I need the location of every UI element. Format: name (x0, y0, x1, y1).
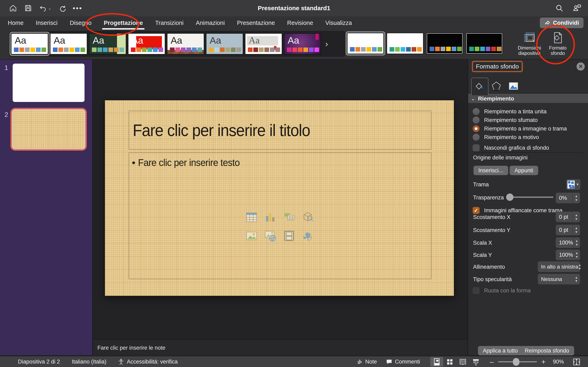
share-button[interactable]: Condividi (540, 17, 584, 28)
theme-thumbnail-4[interactable]: Aa (128, 33, 165, 54)
tab-picture[interactable] (507, 77, 520, 95)
comments-toggle[interactable]: Commenti (386, 359, 420, 365)
tab-disegno[interactable]: Disegno (69, 18, 92, 27)
radio-selected-icon[interactable] (473, 125, 480, 132)
mirror-type-dropdown[interactable]: Nessuna ▲▼ (538, 274, 580, 284)
radio-icon[interactable] (473, 134, 480, 141)
zoom-percentage[interactable]: 90% (553, 359, 564, 365)
close-panel-icon[interactable]: ✕ (577, 62, 585, 71)
step-up-icon[interactable]: ▲ (575, 251, 579, 254)
scale-y-stepper[interactable]: 100% ▲▼ (556, 250, 580, 260)
alignment-dropdown[interactable]: In alto a sinistra ▲▼ (538, 261, 580, 272)
tab-home[interactable]: Home (7, 18, 24, 27)
slide-thumbnail-2-selected[interactable] (13, 110, 85, 149)
gallery-next-button[interactable]: › (323, 33, 330, 54)
zoom-out-button[interactable]: – (490, 358, 494, 366)
tab-presentazione[interactable]: Presentazione (237, 18, 275, 27)
palette-swatch (25, 48, 30, 52)
slideshow-view-button[interactable] (469, 357, 483, 367)
reading-view-button[interactable] (456, 357, 469, 367)
step-down-icon[interactable]: ▼ (575, 230, 578, 234)
step-up-icon[interactable]: ▲ (575, 194, 578, 198)
transparency-value-stepper[interactable]: 0% ▲▼ (556, 193, 580, 203)
variant-thumbnail-4[interactable] (466, 33, 503, 54)
theme-thumbnail-2[interactable]: Aa (50, 33, 87, 54)
reset-background-button[interactable]: Reimposta sfondo (520, 346, 574, 355)
step-down-icon[interactable]: ▼ (575, 255, 579, 258)
zoom-slider-knob[interactable] (513, 358, 519, 366)
insert-stock-image-icon[interactable] (302, 230, 315, 243)
normal-view-button[interactable] (430, 357, 443, 367)
tab-revisione[interactable]: Revisione (287, 18, 313, 27)
body-placeholder[interactable]: • Fare clic per inserire testo (129, 152, 432, 279)
fill-section-header[interactable]: ⌄ Riempimento (468, 94, 588, 103)
tab-progettazione[interactable]: Progettazione (103, 18, 143, 27)
offset-x-stepper[interactable]: 0 pt ▲▼ (556, 212, 580, 222)
language-indicator[interactable]: Italiano (Italia) (72, 359, 107, 365)
transparency-slider[interactable] (507, 197, 553, 198)
slide-sorter-view-button[interactable] (443, 357, 456, 367)
option-picture-texture-fill[interactable]: Riempimento a immagine o trama (473, 125, 567, 132)
step-down-icon[interactable]: ▼ (575, 243, 579, 246)
fit-to-window-button[interactable] (570, 357, 583, 367)
transparency-slider-knob[interactable] (506, 193, 513, 201)
variant-thumbnail-3[interactable] (426, 33, 463, 54)
tab-effects[interactable] (490, 77, 502, 95)
option-hide-background[interactable]: Nascondi grafica di sfondo (473, 144, 549, 151)
radio-icon[interactable] (473, 108, 480, 115)
zoom-slider[interactable] (498, 361, 537, 362)
step-down-icon[interactable]: ▼ (575, 217, 578, 220)
step-up-icon[interactable]: ▲ (575, 239, 579, 242)
option-gradient-fill[interactable]: Riempimento sfumato (473, 117, 538, 124)
notes-toggle[interactable]: Note (357, 359, 377, 365)
theme-thumbnail-5[interactable]: Aa (167, 33, 204, 54)
apply-to-all-button[interactable]: Applica a tutto (478, 346, 523, 355)
slide-thumbnail-1[interactable] (13, 64, 85, 102)
slide-canvas[interactable]: Fare clic per inserire il titolo • Fare … (105, 100, 454, 296)
insert-online-picture-icon[interactable] (264, 230, 277, 243)
insert-picture-icon[interactable] (245, 230, 259, 243)
zoom-in-button[interactable]: + (541, 358, 545, 366)
tab-fill[interactable] (471, 77, 489, 95)
insert-chart-icon[interactable] (264, 211, 277, 224)
theme-thumbnail-7[interactable]: Aa (245, 33, 282, 54)
title-placeholder[interactable]: Fare clic per inserire il titolo (129, 111, 432, 150)
palette-swatch (430, 47, 434, 51)
tab-inserisci[interactable]: Inserisci (35, 18, 58, 27)
slide-size-button[interactable]: ⌄ Dimensioni diapositiva (514, 32, 545, 56)
option-tile-picture[interactable]: ✓ Immagini affiancate come trama (473, 207, 562, 214)
clipboard-button[interactable]: Appunti (510, 166, 538, 175)
theme-thumbnail-1[interactable]: Aa (11, 33, 48, 54)
insert-video-icon[interactable] (283, 230, 296, 243)
scale-x-stepper[interactable]: 100% ▲▼ (556, 237, 580, 248)
offset-y-stepper[interactable]: 0 pt ▲▼ (556, 225, 580, 235)
theme-thumbnail-3[interactable]: Aa (89, 33, 126, 54)
variant-thumbnail-1[interactable] (347, 33, 384, 54)
tab-transizioni[interactable]: Transizioni (155, 18, 184, 27)
checkbox-checked-icon[interactable]: ✓ (473, 207, 480, 214)
step-down-icon[interactable]: ▼ (575, 198, 578, 201)
step-up-icon[interactable]: ▲ (575, 226, 578, 230)
notes-pane[interactable]: Fare clic per inserire le note (93, 339, 467, 356)
texture-picker[interactable]: ▼ (566, 179, 580, 190)
slide-size-chevron-icon[interactable]: ⌄ (531, 37, 536, 42)
search-icon[interactable] (555, 4, 564, 13)
option-pattern-fill[interactable]: Riempimento a motivo (473, 134, 539, 141)
theme-thumbnail-8[interactable]: Aa (284, 33, 321, 54)
insert-table-icon[interactable] (245, 211, 259, 224)
insert-3d-model-icon[interactable] (302, 211, 315, 224)
step-up-icon[interactable]: ▲ (575, 213, 578, 217)
option-solid-fill[interactable]: Riempimento a tinta unita (473, 108, 546, 115)
radio-icon[interactable] (473, 117, 480, 124)
tab-visualizza[interactable]: Visualizza (325, 18, 352, 27)
checkbox-icon[interactable] (473, 144, 480, 151)
insert-picture-button[interactable]: Inserisci... (474, 166, 508, 175)
accessibility-status[interactable]: Accessibilità: verifica (118, 359, 178, 365)
variant-thumbnail-2[interactable] (387, 33, 424, 54)
palette-swatch (170, 48, 174, 52)
insert-smartart-icon[interactable] (283, 211, 296, 224)
tab-animazioni[interactable]: Animazioni (195, 18, 225, 27)
presence-people-icon[interactable] (572, 3, 582, 13)
format-background-button[interactable]: Formato sfondo (545, 32, 570, 56)
theme-thumbnail-6[interactable]: Aa (206, 33, 243, 54)
